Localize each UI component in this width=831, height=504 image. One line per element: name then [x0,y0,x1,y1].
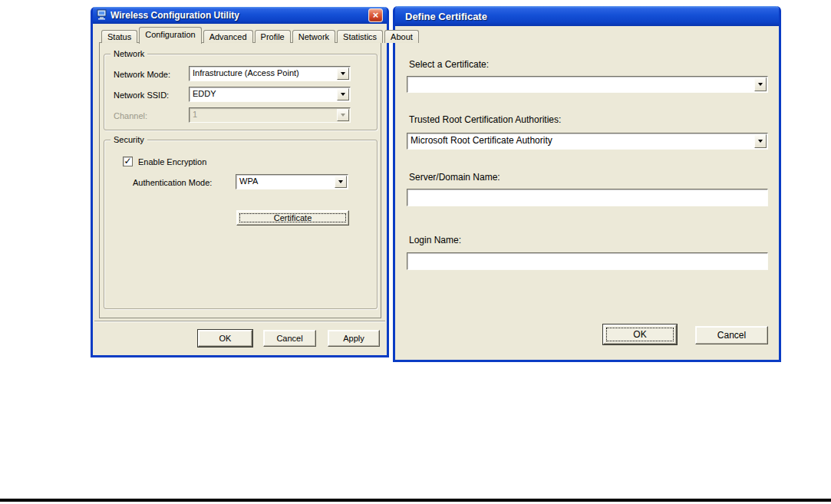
channel-dropdown-button [337,109,349,121]
chevron-down-icon [338,180,343,183]
chevron-down-icon [341,114,345,117]
desktop-canvas: Wireless Configuration Utility × Status … [0,0,831,504]
enable-encryption-checkbox[interactable]: ✓ [123,156,133,166]
page-bottom-rule [0,499,831,502]
tab-status[interactable]: Status [101,30,137,43]
select-certificate-dropdown-button[interactable] [754,77,767,91]
channel-label: Channel: [114,111,147,120]
footer-divider [94,321,385,322]
wireless-config-titlebar[interactable]: Wireless Configuration Utility × [93,7,387,24]
authentication-mode-value: WPA [236,175,334,189]
channel-value: 1 [190,108,336,122]
network-mode-combobox[interactable]: Infrastructure (Access Point) [189,66,351,81]
login-name-label: Login Name: [409,235,461,245]
trusted-root-value: Microsoft Root Certificate Authority [407,133,754,149]
authentication-mode-combobox[interactable]: WPA [236,174,348,189]
window-title: Define Certificate [405,11,487,22]
login-name-input[interactable] [407,252,768,270]
network-ssid-value: EDDY [190,87,336,101]
security-group-label: Security [110,135,147,144]
chevron-down-icon [758,140,763,143]
define-certificate-window: Define Certificate Select a Certificate:… [393,6,781,362]
cancel-button[interactable]: Cancel [263,330,316,347]
tab-network[interactable]: Network [292,30,335,43]
apply-button[interactable]: Apply [328,330,380,347]
server-domain-input[interactable] [407,189,768,206]
chevron-down-icon [341,93,345,96]
tab-about[interactable]: About [384,30,419,43]
trusted-root-combobox[interactable]: Microsoft Root Certificate Authority [407,133,768,150]
wireless-config-client: Status Configuration Advanced Profile Ne… [93,24,387,353]
define-certificate-titlebar[interactable]: Define Certificate [395,6,779,26]
network-ssid-label: Network SSID: [114,91,169,100]
close-icon[interactable]: × [368,8,383,22]
ok-button[interactable]: OK [198,330,252,347]
select-certificate-combobox[interactable] [407,76,768,93]
channel-combobox: 1 [189,107,351,123]
select-certificate-value [407,77,754,92]
tab-statistics[interactable]: Statistics [337,30,383,43]
authentication-mode-label: Authentication Mode: [133,178,212,187]
network-mode-label: Network Mode: [114,70,170,79]
cancel-button[interactable]: Cancel [695,326,768,344]
network-mode-value: Infrastructure (Access Point) [190,67,336,81]
network-ssid-combobox[interactable]: EDDY [189,87,351,102]
enable-encryption-label: Enable Encryption [138,157,206,166]
computer-icon [97,9,107,22]
authentication-mode-dropdown-button[interactable] [335,176,347,188]
trusted-root-dropdown-button[interactable] [754,134,767,148]
tab-advanced[interactable]: Advanced [203,30,253,43]
trusted-root-label: Trusted Root Certification Authorities: [409,114,561,125]
certificate-button[interactable]: Certificate [236,210,349,226]
ok-button[interactable]: OK [603,324,677,344]
tab-strip: Status Configuration Advanced Profile Ne… [101,26,420,43]
window-title: Wireless Configuration Utility [110,10,239,21]
tab-configuration[interactable]: Configuration [139,27,201,44]
chevron-down-icon [758,83,763,86]
define-certificate-client: Select a Certificate: Trusted Root Certi… [395,26,779,357]
network-mode-dropdown-button[interactable] [337,68,349,80]
wireless-config-window: Wireless Configuration Utility × Status … [91,7,389,357]
network-ssid-dropdown-button[interactable] [337,88,349,100]
server-domain-label: Server/Domain Name: [409,172,500,183]
network-group-label: Network [110,49,147,58]
chevron-down-icon [341,72,345,75]
select-certificate-label: Select a Certificate: [409,59,489,70]
tab-profile[interactable]: Profile [255,30,291,43]
